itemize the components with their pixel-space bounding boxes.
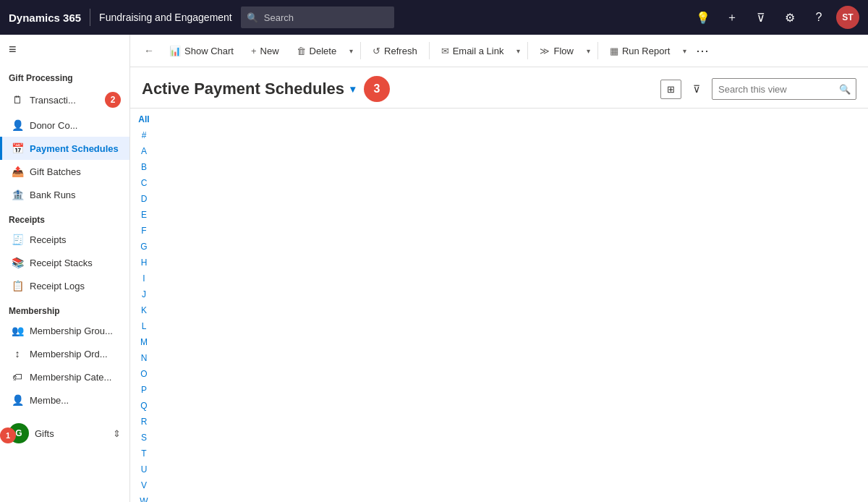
sidebar-item-membership-groups[interactable]: 👥 Membership Grou...: [0, 319, 129, 342]
delete-label: Delete: [310, 46, 337, 56]
sidebar-item-label: Membership Grou...: [30, 326, 113, 336]
alpha-btn-o[interactable]: O: [136, 366, 152, 382]
sidebar-item-label: Receipt Stacks: [30, 258, 93, 268]
sidebar-item-bank-runs[interactable]: 🏦 Bank Runs: [0, 183, 129, 206]
sidebar-item-receipts[interactable]: 🧾 Receipts: [0, 228, 129, 251]
alpha-btn-v[interactable]: V: [136, 477, 152, 493]
sidebar-item-membership-orders[interactable]: ↕ Membership Ord...: [0, 342, 129, 365]
calendar-icon: 📅: [11, 142, 24, 154]
receipts-icon: 🧾: [11, 234, 24, 245]
run-report-dropdown-btn[interactable]: ▾: [680, 43, 689, 59]
global-search-input[interactable]: [241, 7, 394, 28]
section-title-receipts: Receipts: [0, 206, 129, 228]
sidebar-item-transactions[interactable]: 🗒 Transacti... 2: [0, 86, 129, 114]
alpha-btn-r[interactable]: R: [136, 414, 152, 430]
alpha-btn-b[interactable]: B: [136, 159, 152, 175]
alpha-btn-g[interactable]: G: [136, 239, 152, 255]
alpha-btn-k[interactable]: K: [136, 302, 152, 318]
view-title: Active Payment Schedules ▾: [142, 80, 355, 98]
email-link-button[interactable]: ✉ Email a Link: [434, 42, 511, 60]
brand-logo: Dynamics 365: [9, 12, 81, 24]
search-view-icon[interactable]: 🔍: [839, 84, 851, 95]
gift-batches-icon: 📤: [11, 166, 24, 177]
sidebar-item-payment-schedules[interactable]: 📅 Payment Schedules: [0, 137, 129, 160]
dropdown-btn[interactable]: ▾: [346, 43, 356, 59]
alpha-btn-p[interactable]: P: [136, 382, 152, 398]
user-avatar[interactable]: ST: [836, 6, 859, 29]
membership-orders-icon: ↕: [11, 348, 24, 360]
alpha-btn-q[interactable]: Q: [136, 398, 152, 414]
alpha-btn-f[interactable]: F: [136, 223, 152, 239]
alpha-btn-m[interactable]: M: [136, 334, 152, 350]
sidebar-item-receipt-stacks[interactable]: 📚 Receipt Stacks: [0, 251, 129, 274]
view-title-chevron-icon[interactable]: ▾: [350, 83, 355, 95]
filter-button[interactable]: ⊽: [687, 80, 706, 98]
flow-button[interactable]: ≫ Flow: [532, 42, 580, 60]
alpha-btn-l[interactable]: L: [136, 318, 152, 334]
receipt-logs-icon: 📋: [11, 280, 24, 292]
alpha-btn-n[interactable]: N: [136, 350, 152, 366]
sidebar-item-membership-categories[interactable]: 🏷 Membership Cate...: [0, 365, 129, 388]
search-this-view-input[interactable]: [712, 78, 856, 100]
donor-icon: 👤: [11, 119, 24, 131]
global-search-icon: 🔍: [247, 12, 258, 23]
alpha-btn-#[interactable]: #: [136, 127, 152, 143]
sidebar-item-donor-commitments[interactable]: 👤 Donor Co...: [0, 114, 129, 137]
help-icon[interactable]: ?: [807, 6, 830, 29]
sidebar-item-label: Membership Cate...: [30, 372, 111, 383]
sidebar-item-label: Receipts: [30, 234, 67, 245]
membership-groups-icon: 👥: [11, 325, 24, 336]
run-report-button[interactable]: ▦ Run Report: [603, 42, 677, 60]
alpha-btn-i[interactable]: I: [136, 271, 152, 286]
sidebar-item-receipt-logs[interactable]: 📋 Receipt Logs: [0, 274, 129, 297]
sidebar-item-gift-batches[interactable]: 📤 Gift Batches: [0, 160, 129, 183]
add-icon[interactable]: ＋: [720, 6, 744, 29]
sidebar-item-label: Membership Ord...: [30, 349, 108, 360]
nav-divider: [90, 9, 90, 26]
show-chart-button[interactable]: 📊 Show Chart: [162, 42, 241, 60]
alpha-btn-e[interactable]: E: [136, 207, 152, 223]
sidebar-item-label: Gift Batches: [30, 166, 81, 177]
email-icon: ✉: [441, 46, 449, 56]
flow-icon: ≫: [540, 46, 550, 56]
alpha-btn-h[interactable]: H: [136, 255, 152, 271]
email-link-label: Email a Link: [453, 46, 504, 56]
new-icon: +: [251, 46, 257, 56]
alpha-btn-s[interactable]: S: [136, 430, 152, 446]
alpha-btn-all[interactable]: All: [136, 111, 152, 127]
settings-icon[interactable]: ⚙: [778, 6, 801, 29]
alpha-btn-a[interactable]: A: [136, 143, 152, 159]
alpha-btn-u[interactable]: U: [136, 461, 152, 477]
toolbar-divider-4: [597, 42, 598, 59]
dropdown-chevron-icon: ▾: [349, 47, 353, 55]
receipt-stacks-icon: 📚: [11, 257, 24, 268]
sidebar-collapse-icon[interactable]: ⇕: [113, 428, 121, 439]
view-toggle-button[interactable]: ⊞: [660, 80, 681, 99]
bank-runs-icon: 🏦: [11, 189, 24, 200]
sidebar-item-label: Transacti...: [30, 95, 76, 106]
flow-dropdown-btn[interactable]: ▾: [584, 43, 593, 59]
alpha-btn-w[interactable]: W: [136, 493, 152, 502]
delete-button[interactable]: 🗑 Delete: [289, 42, 344, 60]
alpha-btn-t[interactable]: T: [136, 446, 152, 461]
section-title-membership: Membership: [0, 297, 129, 319]
email-dropdown-btn[interactable]: ▾: [514, 43, 523, 59]
back-button[interactable]: ←: [139, 41, 159, 61]
sidebar-item-label: Donor Co...: [30, 120, 77, 131]
refresh-button[interactable]: ↺ Refresh: [365, 42, 425, 60]
alpha-btn-c[interactable]: C: [136, 175, 152, 191]
new-button[interactable]: + New: [244, 42, 286, 60]
hamburger-button[interactable]: ≡: [0, 35, 129, 64]
search-view-wrap: 🔍: [712, 78, 856, 100]
main-content: ← 📊 Show Chart + New 🗑 Delete ▾ ↺ Refres…: [130, 35, 868, 502]
sidebar-item-membership-bottom[interactable]: 👤 Membe...: [0, 388, 129, 412]
more-actions-button[interactable]: ⋯: [692, 41, 712, 61]
notifications-icon[interactable]: 💡: [692, 6, 715, 29]
email-chevron-icon: ▾: [516, 47, 520, 55]
alpha-btn-j[interactable]: J: [136, 286, 152, 302]
toolbar-divider-2: [429, 42, 430, 59]
filter-icon[interactable]: ⊽: [749, 6, 773, 29]
badge-3: 3: [364, 76, 390, 102]
alpha-btn-d[interactable]: D: [136, 191, 152, 207]
flow-label: Flow: [553, 46, 573, 56]
